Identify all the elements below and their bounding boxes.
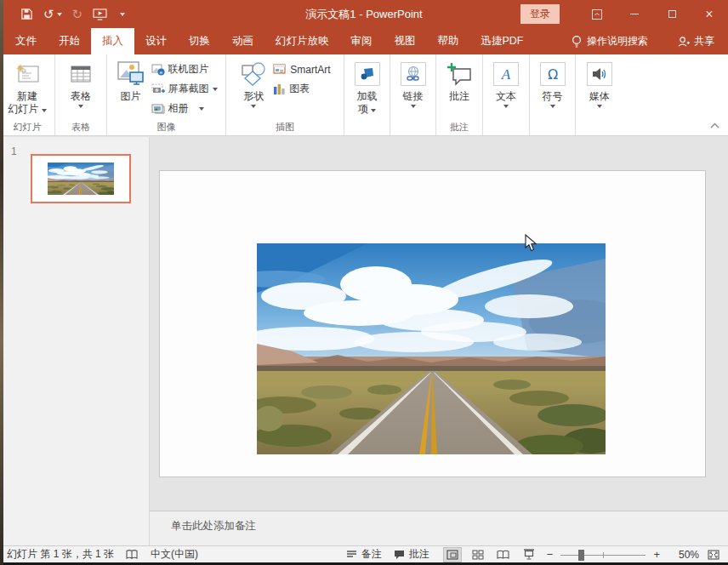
quick-access-toolbar: ↺ ↻ [20,8,125,20]
notes-placeholder[interactable]: 单击此处添加备注 [171,519,256,534]
zoom-out-button[interactable]: − [545,548,555,561]
group-label-addins [346,121,388,135]
screenshot-button[interactable]: 屏幕截图 [149,80,220,98]
fit-to-window-button[interactable] [704,547,723,562]
collapse-ribbon-icon[interactable] [710,119,719,131]
comments-toggle[interactable]: 批注 [394,547,429,562]
media-button[interactable]: 媒体 [583,57,616,111]
shapes-button[interactable]: 形状 [236,57,270,111]
notes-icon [346,550,357,559]
close-button[interactable]: × [691,0,728,28]
svg-text:A: A [501,66,511,83]
comment-icon [446,58,472,90]
table-button[interactable]: 表格 [66,57,95,111]
login-button[interactable]: 登录 [520,4,560,24]
spellcheck-icon[interactable] [126,549,139,560]
group-media: 媒体 [576,54,623,135]
tab-slideshow[interactable]: 幻灯片放映 [264,28,340,54]
text-icon: A [493,62,519,86]
language-indicator[interactable]: 中文(中国) [151,547,198,562]
photo-album-button[interactable]: 相册 [149,100,220,117]
redo-button[interactable]: ↻ [72,8,83,20]
comment-button[interactable]: 批注 [443,57,475,104]
tab-help[interactable]: 帮助 [427,28,470,54]
slide-thumbnail[interactable] [31,154,131,203]
ribbon: 新建 幻灯片 幻灯片 表格 表格 [0,54,728,136]
picture-icon [117,58,145,90]
online-pictures-button[interactable]: e 联机图片 [149,60,220,78]
screenshot-icon [151,83,165,94]
tab-design[interactable]: 设计 [134,28,178,54]
desktop-edge [0,0,3,565]
start-slideshow-icon[interactable] [93,9,107,20]
undo-caret-icon[interactable] [57,13,62,16]
new-slide-button[interactable]: 新建 幻灯片 [4,57,49,117]
table-icon [70,58,92,90]
tab-insert[interactable]: 插入 [91,28,134,54]
group-symbols: Ω 符号 [530,54,576,135]
tell-me-label: 操作说明搜索 [587,34,648,49]
share-label: 共享 [694,34,714,49]
links-button[interactable]: 链接 [397,57,429,111]
group-slides: 新建 幻灯片 幻灯片 [0,54,55,135]
minimize-button[interactable] [616,0,653,28]
link-icon [401,62,426,86]
group-tables: 表格 表格 [55,54,107,135]
group-label-illustrations: 插图 [228,121,342,135]
save-icon[interactable] [20,8,33,20]
online-pictures-icon: e [151,64,165,76]
tab-file[interactable]: 文件 [4,28,48,54]
text-button[interactable]: A 文本 [490,57,522,111]
zoom-slider-handle[interactable] [578,550,584,561]
group-addins: 加载 项 [344,54,390,135]
maximize-button[interactable] [653,0,691,28]
zoom-slider[interactable] [560,549,646,561]
tab-transitions[interactable]: 切换 [178,28,221,54]
workspace: 1 单击此处添加备注 [0,137,728,545]
group-label-slides: 幻灯片 [2,121,53,135]
symbols-button[interactable]: Ω 符号 [537,57,569,111]
new-slide-icon [14,58,40,90]
addins-button[interactable]: 加载 项 [351,57,384,117]
chart-button[interactable]: 图表 [270,80,333,98]
tab-animations[interactable]: 动画 [221,28,264,54]
omega-icon: Ω [540,62,566,86]
picture-button[interactable]: 图片 [113,57,149,104]
customize-qat-button[interactable] [117,13,125,16]
slide-sorter-view-button[interactable] [469,547,487,562]
group-label-media [577,121,621,135]
smartart-button[interactable]: SmartArt [270,60,333,78]
undo-button[interactable]: ↺ [43,8,62,20]
slide-canvas[interactable] [159,170,706,477]
powerpoint-window: ↺ ↻ 演示文稿1 - PowerPoint 登录 × 文件 开始 插入 设计 … [0,0,728,565]
tab-review[interactable]: 审阅 [340,28,384,54]
tab-view[interactable]: 视图 [384,28,427,54]
slideshow-view-button[interactable] [520,547,538,562]
share-button[interactable]: 共享 [677,34,714,49]
ribbon-display-options-icon[interactable] [578,0,616,28]
shapes-icon [240,58,267,90]
notes-pane[interactable]: 单击此处添加备注 [150,511,728,545]
normal-view-button[interactable] [443,547,462,562]
slide-editing-area: 单击此处添加备注 [150,137,728,545]
zoom-in-button[interactable]: + [651,548,662,561]
reading-view-button[interactable] [494,547,513,562]
zoom-level[interactable]: 50% [668,549,699,561]
tell-me-search[interactable]: 操作说明搜索 [572,34,648,49]
road-photo[interactable] [257,243,606,454]
tab-pdf[interactable]: 迅捷PDF [470,28,535,54]
photo-album-icon [151,103,165,114]
group-illustrations: 形状 SmartArt 图表 插图 [226,54,344,135]
slide-thumbnail-panel: 1 [0,137,150,545]
tab-home[interactable]: 开始 [48,28,91,54]
smartart-icon [273,64,287,75]
person-plus-icon [677,36,690,48]
group-text: A 文本 [483,54,530,135]
slide-counter: 幻灯片 第 1 张，共 1 张 [7,547,114,562]
group-label-links [392,121,434,135]
group-links: 链接 [390,54,436,135]
notes-toggle[interactable]: 备注 [346,547,382,562]
group-comments: 批注 批注 [436,54,483,135]
group-label-symbols [532,121,573,135]
addins-icon [355,62,380,86]
